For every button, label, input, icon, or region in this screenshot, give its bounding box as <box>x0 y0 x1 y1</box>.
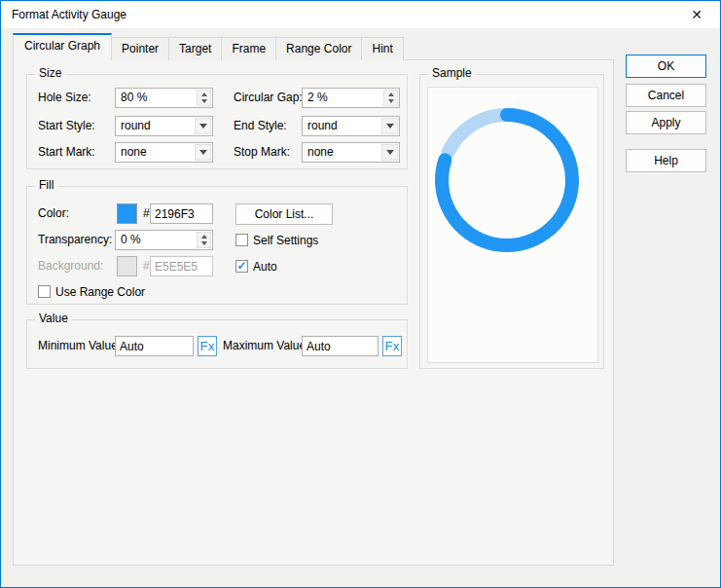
fill-color-swatch[interactable] <box>117 203 137 224</box>
activity-gauge-preview <box>428 88 597 362</box>
start-mark-value: none <box>121 143 147 162</box>
hole-size-spinner[interactable]: 80 % <box>115 88 213 108</box>
spin-down-icon[interactable] <box>198 240 210 248</box>
minimum-value-label: Minimum Value: <box>38 336 121 356</box>
stop-mark-value: none <box>307 143 334 162</box>
background-color-input <box>150 256 213 276</box>
start-mark-select[interactable]: none <box>115 142 213 163</box>
chevron-down-icon[interactable] <box>381 144 398 161</box>
background-label: Background: <box>38 256 103 276</box>
hole-size-spin-buttons[interactable] <box>197 90 211 106</box>
checkbox-unchecked[interactable] <box>235 234 248 246</box>
stop-mark-label: Stop Mark: <box>234 142 290 163</box>
hole-size-value: 80 % <box>121 89 147 107</box>
sample-group-legend: Sample <box>428 66 476 80</box>
close-icon[interactable]: ✕ <box>682 4 711 25</box>
minimum-formula-button[interactable]: Fx <box>198 336 217 356</box>
chevron-down-icon[interactable] <box>381 118 398 134</box>
transparency-label: Transparency: <box>38 230 112 250</box>
window-title: Format Activity Gauge <box>12 1 126 28</box>
spin-down-icon[interactable] <box>384 98 397 106</box>
spin-down-icon[interactable] <box>198 98 210 106</box>
color-label: Color: <box>38 203 69 224</box>
transparency-spinner[interactable]: 0 % <box>115 230 213 250</box>
spin-up-icon[interactable] <box>384 91 397 98</box>
background-hash-label: # <box>143 256 150 276</box>
circular-gap-spinner[interactable]: 2 % <box>302 88 400 108</box>
circular-gap-spin-buttons[interactable] <box>383 90 398 106</box>
stop-mark-select[interactable]: none <box>302 142 400 163</box>
sample-group: Sample <box>419 74 604 369</box>
size-group-legend: Size <box>35 66 65 80</box>
circular-gap-value: 2 % <box>307 89 328 107</box>
chevron-down-icon[interactable] <box>195 144 211 161</box>
end-style-select[interactable]: round <box>302 116 400 136</box>
auto-label: Auto <box>253 260 277 274</box>
checkbox-unchecked[interactable] <box>38 285 51 298</box>
maximum-value-label: Maximum Value: <box>223 336 308 356</box>
spin-up-icon[interactable] <box>198 91 210 98</box>
minimum-value-input[interactable] <box>115 336 194 356</box>
background-color-swatch <box>117 256 137 276</box>
start-style-value: round <box>121 117 151 135</box>
tab-frame[interactable]: Frame <box>221 37 276 60</box>
end-style-value: round <box>307 117 338 135</box>
fill-group-legend: Fill <box>35 178 57 192</box>
color-list-button[interactable]: Color List... <box>235 203 333 225</box>
checkbox-checked[interactable]: ✓ <box>235 260 248 273</box>
use-range-color-checkbox[interactable]: Use Range Color <box>38 281 145 302</box>
fill-group: Fill Color: # Color List... Transparency… <box>26 186 408 305</box>
gauge-remainder-arc <box>448 115 504 153</box>
start-mark-label: Start Mark: <box>38 142 95 163</box>
end-style-label: End Style: <box>234 116 287 136</box>
ok-button[interactable]: OK <box>626 55 706 78</box>
transparency-value: 0 % <box>121 231 141 249</box>
format-activity-gauge-dialog: Format Activity Gauge ✕ Circular Graph P… <box>0 0 721 588</box>
circular-gap-label: Circular Gap: <box>234 88 303 108</box>
tab-target[interactable]: Target <box>168 37 222 60</box>
hole-size-label: Hole Size: <box>38 88 91 108</box>
size-group: Size Hole Size: 80 % Circular Gap: 2 % S… <box>26 74 408 169</box>
tab-hint[interactable]: Hint <box>361 37 403 60</box>
maximum-formula-button[interactable]: Fx <box>382 336 402 356</box>
maximum-value-input[interactable] <box>302 336 379 356</box>
start-style-label: Start Style: <box>38 116 95 136</box>
tab-bar: Circular Graph Pointer Target Frame Rang… <box>13 33 404 60</box>
tab-range-color[interactable]: Range Color <box>275 37 362 60</box>
start-style-select[interactable]: round <box>115 116 213 136</box>
titlebar: Format Activity Gauge ✕ <box>1 1 720 28</box>
self-settings-label: Self Settings <box>253 234 318 247</box>
value-group: Value Minimum Value: Fx Maximum Value: F… <box>26 319 408 369</box>
apply-button[interactable]: Apply <box>626 111 706 134</box>
tab-pointer[interactable]: Pointer <box>111 37 169 60</box>
color-hash-label: # <box>143 203 150 224</box>
tab-circular-graph[interactable]: Circular Graph <box>13 33 112 60</box>
fill-color-input[interactable] <box>150 203 213 224</box>
transparency-spin-buttons[interactable] <box>197 232 211 248</box>
chevron-down-icon[interactable] <box>195 118 211 134</box>
sample-preview-panel <box>427 87 598 363</box>
auto-checkbox[interactable]: ✓ Auto <box>235 256 277 276</box>
spin-up-icon[interactable] <box>198 233 210 240</box>
cancel-button[interactable]: Cancel <box>626 84 706 107</box>
value-group-legend: Value <box>35 312 72 325</box>
use-range-color-label: Use Range Color <box>55 285 145 299</box>
help-button[interactable]: Help <box>626 149 706 172</box>
check-icon: ✓ <box>236 261 246 272</box>
self-settings-checkbox[interactable]: Self Settings <box>235 230 318 250</box>
